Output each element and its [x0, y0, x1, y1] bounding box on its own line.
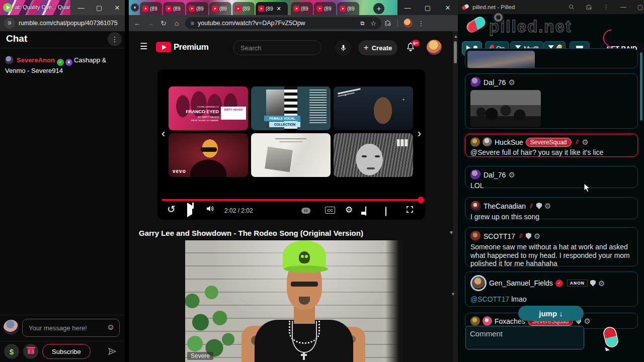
share-icon[interactable]: ⧉ — [360, 20, 364, 27]
mention-link[interactable]: @SCOTT17 — [470, 295, 509, 303]
gear-icon[interactable]: ⚙ — [508, 78, 515, 86]
avatar[interactable] — [470, 77, 481, 87]
page-scrollbar[interactable] — [453, 31, 458, 362]
chat-message-input[interactable] — [22, 319, 120, 337]
chat-message[interactable]: Gen_Samuel_Fields ✓ ANON ⚙ @SCOTT17 lmao — [465, 272, 638, 307]
chat-message[interactable]: Dal_76 ⚙ — [465, 73, 638, 129]
site-info-icon[interactable]: ⚞ — [190, 21, 195, 26]
minimize-button[interactable]: — — [620, 4, 626, 11]
gear-icon[interactable]: ⚙ — [534, 232, 540, 240]
minimize-button[interactable]: — — [73, 2, 89, 13]
theater-mode-button[interactable] — [385, 207, 386, 216]
shield-icon[interactable] — [526, 233, 531, 239]
shield-icon[interactable] — [536, 203, 542, 209]
page-url[interactable]: youtube.com/watch?v=DAp7FvZ5Opw — [198, 20, 305, 27]
browser-tab[interactable]: (89 — [140, 2, 162, 15]
browser-tab[interactable]: (89 — [291, 2, 313, 15]
endscreen-thumbnail-bob-seger[interactable] — [334, 86, 413, 130]
search-box[interactable] — [233, 40, 321, 55]
create-button[interactable]: +Create — [358, 40, 397, 55]
browser-tab[interactable]: (89 — [209, 2, 231, 15]
next-video-button[interactable] — [187, 206, 192, 215]
chat-message[interactable]: TheCanadian ✎ ⚙ I grew up on this song — [465, 197, 638, 219]
pencil-icon[interactable]: ✎ — [516, 232, 525, 240]
username[interactable]: Dal_76 — [484, 78, 506, 86]
close-button[interactable]: ✕ — [110, 2, 125, 13]
minimize-button[interactable]: — — [397, 0, 418, 15]
subtitles-button[interactable]: CC — [325, 207, 335, 214]
progress-knob[interactable] — [418, 197, 424, 203]
menu-dots-icon[interactable]: ⋮ — [603, 4, 609, 11]
pencil-icon[interactable]: ✎ — [572, 138, 581, 146]
avatar[interactable] — [470, 316, 480, 326]
avatar[interactable] — [470, 201, 481, 211]
maximize-button[interactable]: ▢ — [637, 4, 643, 11]
subscribe-button[interactable]: Subscribe — [42, 344, 91, 359]
gear-icon[interactable]: ⚙ — [598, 280, 605, 287]
collapse-caret-icon[interactable]: ▼ — [449, 230, 454, 235]
endscreen-thumbnail-vevo[interactable]: vevo — [169, 133, 248, 177]
chat-message[interactable]: Dal_76 ⚙ LOL — [465, 166, 638, 188]
chat-message[interactable]: SCOTT17 ✎ ⚙ Someone saw me without a hat… — [465, 227, 638, 266]
bookmark-star-icon[interactable]: ☆ — [370, 20, 376, 27]
address-bar[interactable]: ⚞ youtube.com/watch?v=DAp7FvZ5Opw ⧉ ☆ — [185, 17, 381, 29]
search-input[interactable] — [233, 41, 321, 55]
maximize-button[interactable]: ▢ — [418, 0, 438, 15]
avatar[interactable] — [482, 316, 492, 326]
voice-search-button[interactable] — [335, 40, 351, 56]
extensions-icon[interactable] — [586, 4, 592, 11]
avatar[interactable] — [470, 231, 481, 241]
settings-button[interactable]: ⚙ — [345, 205, 353, 215]
forward-icon[interactable]: → — [144, 19, 157, 27]
browser-tab-active[interactable]: (89✕ — [256, 2, 288, 15]
browser-tab[interactable]: (89 — [163, 2, 185, 15]
browser-profile-avatar[interactable] — [404, 19, 413, 28]
back-icon[interactable]: ← — [131, 19, 144, 27]
rumble-url[interactable]: rumble.com/chat/popup/407361075 — [19, 20, 118, 27]
hamburger-menu-icon[interactable]: ☰ — [140, 41, 147, 52]
endscreen-thumbnail-white-album[interactable] — [251, 133, 331, 177]
tab-close-icon[interactable]: ✕ — [276, 6, 281, 12]
video-player[interactable]: ‹ › YOU'RE LISTENING TO FRANCO EYED BY D… — [157, 69, 425, 220]
username[interactable]: Gen_Samuel_Fields — [489, 279, 553, 287]
endscreen-thumbnail-franco-eyed[interactable]: YOU'RE LISTENING TO FRANCO EYED BY DIRTY… — [169, 86, 248, 130]
new-tab-button[interactable]: + — [373, 3, 384, 14]
youtube-logo-icon[interactable] — [156, 42, 171, 52]
video-progress-bar[interactable] — [162, 199, 421, 201]
zoom-icon[interactable] — [569, 4, 575, 10]
reload-icon[interactable]: ↻ — [157, 19, 170, 27]
username[interactable]: Dal_76 — [484, 171, 506, 179]
rant-dollar-button[interactable]: $ — [4, 344, 19, 359]
message-image[interactable] — [467, 51, 535, 68]
username[interactable]: HuckSue — [495, 138, 523, 146]
send-message-button[interactable] — [105, 344, 120, 359]
fullscreen-button[interactable] — [406, 205, 414, 216]
browser-menu-icon[interactable]: ⋮ — [418, 20, 424, 27]
browser-tab[interactable]: (89 — [186, 2, 208, 15]
site-settings-icon[interactable]: ⚞ — [4, 18, 15, 29]
jump-to-bottom-button[interactable]: jump ↓ — [518, 306, 584, 321]
username[interactable]: SevereAnon — [17, 56, 55, 64]
chat-message-partial[interactable] — [465, 48, 638, 68]
chat-message-highlighted[interactable]: HuckSue SevereSquad ✎ ⚙ @Severe full of … — [465, 134, 638, 157]
replay-button[interactable]: ↺ — [167, 203, 176, 215]
message-image[interactable] — [470, 90, 541, 127]
avatar[interactable] — [482, 137, 492, 147]
scroll-down-arrow-icon[interactable]: ▼ — [451, 292, 455, 297]
endscreen-thumbnail-woman-bw[interactable] — [334, 133, 413, 177]
comment-input[interactable] — [465, 326, 584, 349]
maximize-button[interactable]: ▢ — [92, 2, 107, 13]
scrollbar-thumb[interactable] — [454, 41, 457, 63]
browser-tab[interactable]: (89 — [232, 2, 255, 15]
pencil-icon[interactable]: ✎ — [527, 202, 536, 210]
shield-icon[interactable] — [590, 280, 596, 287]
emoji-icon[interactable]: ☺ — [107, 323, 115, 332]
volume-button[interactable] — [205, 204, 214, 215]
gear-icon[interactable]: ⚙ — [544, 202, 551, 210]
close-button[interactable]: ✕ — [438, 0, 458, 15]
username[interactable]: SCOTT17 — [484, 232, 515, 240]
chat-menu-button[interactable]: ⋮ — [108, 32, 122, 46]
home-icon[interactable]: ⌂ — [170, 19, 183, 27]
avatar[interactable] — [470, 169, 481, 180]
gear-icon[interactable]: ⚙ — [584, 317, 590, 325]
